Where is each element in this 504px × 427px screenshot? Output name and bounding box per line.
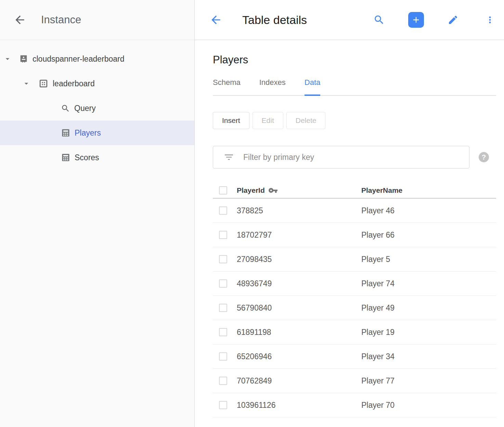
- sidebar: Instance cloudspanner-leaderboard: [0, 0, 195, 427]
- row-name-cell: Player 46: [361, 206, 496, 215]
- back-button[interactable]: [209, 13, 223, 27]
- row-checkbox-cell: [213, 255, 237, 263]
- row-id-cell: 56790840: [237, 303, 361, 313]
- row-name-cell: Player 77: [361, 376, 496, 386]
- row-checkbox[interactable]: [219, 304, 227, 312]
- filter-input[interactable]: [243, 153, 469, 162]
- table-row[interactable]: 61891198 Player 19: [213, 320, 496, 344]
- table-row[interactable]: 48936749 Player 74: [213, 272, 496, 296]
- row-checkbox[interactable]: [219, 206, 227, 215]
- tree-item-database[interactable]: leaderboard: [0, 71, 194, 96]
- table-row[interactable]: 65206946 Player 34: [213, 344, 496, 369]
- content-area: Players Schema Indexes Data Insert Edit …: [195, 40, 504, 417]
- row-checkbox-cell: [213, 377, 237, 385]
- tree-item-scores[interactable]: Scores: [0, 145, 194, 170]
- collapse-arrow-icon[interactable]: [3, 54, 12, 63]
- search-icon: [61, 104, 70, 113]
- row-id-cell: 48936749: [237, 279, 361, 288]
- row-checkbox[interactable]: [219, 328, 227, 336]
- filter-list-icon: [223, 152, 234, 163]
- search-icon: [373, 14, 385, 26]
- tree-item-label: Scores: [75, 153, 99, 162]
- table-row[interactable]: 378825 Player 46: [213, 199, 496, 223]
- sidebar-back-button[interactable]: [13, 13, 27, 27]
- main-panel: Table details: [195, 0, 504, 427]
- table-header-row: PlayerId PlayerName: [213, 183, 496, 199]
- row-id-cell: 61891198: [237, 328, 361, 337]
- add-button[interactable]: [408, 12, 424, 28]
- row-checkbox[interactable]: [219, 255, 227, 263]
- row-checkbox[interactable]: [219, 231, 227, 239]
- table-row[interactable]: 27098435 Player 5: [213, 247, 496, 272]
- row-id-cell: 27098435: [237, 255, 361, 264]
- edit-button[interactable]: [445, 12, 461, 28]
- row-checkbox-cell: [213, 352, 237, 361]
- header-checkbox-cell: [213, 186, 237, 194]
- row-checkbox-cell: [213, 328, 237, 336]
- table-icon: [61, 128, 70, 138]
- row-checkbox-cell: [213, 231, 237, 239]
- delete-row-button[interactable]: Delete: [286, 112, 326, 129]
- help-icon[interactable]: ?: [479, 152, 489, 162]
- row-name-cell: Player 49: [361, 303, 496, 313]
- sidebar-title: Instance: [41, 14, 81, 26]
- table-row[interactable]: 56790840 Player 49: [213, 296, 496, 320]
- row-name-cell: Player 70: [361, 401, 496, 410]
- table-title: Players: [213, 54, 496, 66]
- table-row[interactable]: 70762849 Player 77: [213, 369, 496, 393]
- row-checkbox[interactable]: [219, 377, 227, 385]
- row-name-cell: Player 66: [361, 230, 496, 240]
- more-vert-icon: [485, 15, 495, 25]
- main-header: Table details: [195, 0, 504, 40]
- sidebar-header: Instance: [0, 0, 194, 40]
- tab-indexes[interactable]: Indexes: [259, 78, 286, 95]
- table-body: 378825 Player 46 18702797 Player 66 2709…: [213, 199, 496, 417]
- row-checkbox[interactable]: [219, 279, 227, 288]
- column-header-playername: PlayerName: [361, 186, 496, 194]
- navigation-tree: cloudspanner-leaderboard leaderboard Que…: [0, 40, 194, 170]
- row-checkbox-cell: [213, 304, 237, 312]
- row-checkbox-cell: [213, 206, 237, 215]
- tree-item-label: cloudspanner-leaderboard: [33, 54, 125, 64]
- tab-data[interactable]: Data: [305, 78, 320, 96]
- row-name-cell: Player 74: [361, 279, 496, 288]
- table-row[interactable]: 103961126 Player 70: [213, 393, 496, 417]
- tab-bar: Schema Indexes Data: [213, 78, 496, 96]
- data-table: PlayerId PlayerName 378825 Player 46 187: [213, 183, 496, 417]
- row-id-cell: 18702797: [237, 230, 361, 240]
- database-icon: [38, 78, 49, 89]
- filter-box[interactable]: [213, 146, 469, 168]
- tree-item-query[interactable]: Query: [0, 96, 194, 121]
- row-checkbox-cell: [213, 401, 237, 409]
- table-row[interactable]: 18702797 Player 66: [213, 223, 496, 247]
- edit-row-button[interactable]: Edit: [253, 112, 283, 129]
- row-id-cell: 103961126: [237, 401, 361, 410]
- row-name-cell: Player 19: [361, 328, 496, 337]
- tab-schema[interactable]: Schema: [213, 78, 241, 95]
- arrow-back-icon: [13, 13, 26, 26]
- row-checkbox[interactable]: [219, 401, 227, 409]
- tree-item-label: Query: [74, 104, 96, 113]
- more-options-button[interactable]: [482, 12, 498, 28]
- key-icon: [268, 186, 278, 195]
- search-button[interactable]: [371, 12, 387, 28]
- filter-row: ?: [213, 146, 496, 168]
- header-actions: [371, 12, 501, 28]
- column-label: PlayerName: [361, 186, 402, 194]
- table-icon: [61, 153, 70, 162]
- row-checkbox[interactable]: [219, 352, 227, 361]
- insert-button[interactable]: Insert: [213, 112, 249, 129]
- row-name-cell: Player 5: [361, 255, 496, 264]
- row-checkbox-cell: [213, 279, 237, 288]
- tree-item-players[interactable]: Players: [0, 121, 194, 145]
- tree-item-instance[interactable]: cloudspanner-leaderboard: [0, 47, 194, 71]
- arrow-back-icon: [209, 13, 222, 26]
- row-action-bar: Insert Edit Delete: [213, 112, 496, 129]
- collapse-arrow-icon[interactable]: [22, 79, 31, 88]
- row-id-cell: 378825: [237, 206, 361, 215]
- row-id-cell: 70762849: [237, 376, 361, 386]
- plus-icon: [411, 15, 421, 25]
- row-id-cell: 65206946: [237, 352, 361, 361]
- select-all-checkbox[interactable]: [219, 186, 227, 194]
- pencil-icon: [448, 14, 458, 25]
